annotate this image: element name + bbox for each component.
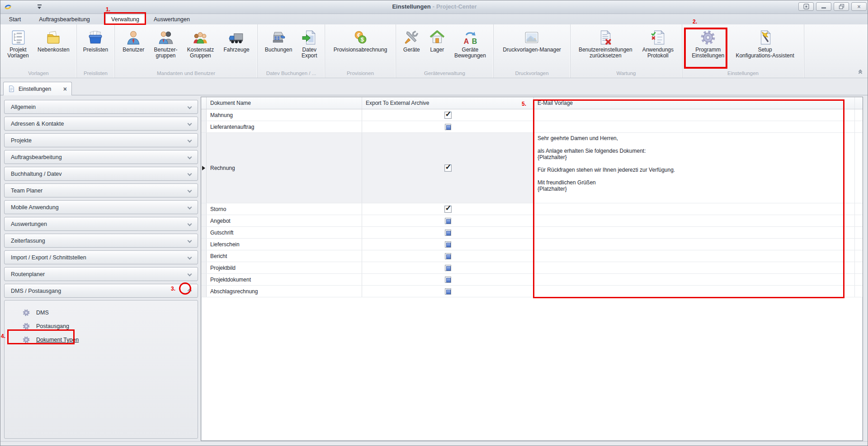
export-checkbox[interactable]: [445, 241, 451, 248]
table-row-rechnung[interactable]: Rechnung Sehr geehrte Damen und Herren, …: [201, 133, 863, 203]
ribbon-group-mandanten-und-benutzer: Benutzer Benutzer- gruppen Kostensatz Gr…: [115, 24, 258, 78]
sidebar-section-auftragsbearbeitung[interactable]: Auftragsbearbeitung: [4, 150, 198, 164]
email-template-cell[interactable]: [534, 239, 855, 250]
ribbon-group-druckvorlagen: Druckvorlagen-Manager Druckvorlagen: [494, 24, 571, 78]
fahrzeuge-button[interactable]: Fahrzeuge: [222, 28, 251, 54]
close-icon: ×: [857, 4, 860, 10]
benutzer-button[interactable]: Benutzer: [121, 28, 146, 54]
export-checkbox[interactable]: [444, 206, 452, 213]
sidebar-section-adressen-kontakte[interactable]: Adressen & Kontakte: [4, 117, 198, 131]
table-row-projektdokument[interactable]: Projektdokument: [201, 274, 863, 286]
benutzereinstellungen-zuruecksetzen-button[interactable]: Benutzereinstellungen zurücksetzen: [577, 28, 634, 60]
table-row-storno[interactable]: Storno: [201, 203, 863, 215]
email-template-cell[interactable]: Sehr geehrte Damen und Herren, als Anlag…: [534, 133, 855, 203]
nav-item-postausgang[interactable]: Postausgang: [5, 319, 198, 333]
email-template-cell[interactable]: [534, 121, 855, 132]
setup-konfigurations-assistent-button[interactable]: Setup Konfigurations-Assistent: [734, 28, 796, 60]
folder-icon: [45, 29, 61, 46]
nav-item-dokument-typen[interactable]: Dokument Typen: [5, 333, 198, 347]
column-header-email-vorlage[interactable]: E-Mail Vorlage: [534, 97, 855, 109]
sidebar-section-zeiterfassung[interactable]: Zeiterfassung: [4, 234, 198, 248]
user-group-icon: [158, 29, 174, 46]
sidebar-section-team-planer[interactable]: Team Planer: [4, 183, 198, 197]
ribbon-group-label: Mandanten und Benutzer: [115, 70, 257, 78]
table-row-abschlagsrechnung[interactable]: Abschlagsrechnung: [201, 286, 863, 297]
status-strip: [0, 441, 868, 442]
tab-verwaltung[interactable]: Verwaltung: [105, 14, 145, 24]
tab-close-icon[interactable]: ×: [63, 86, 67, 92]
fullscreen-button[interactable]: [798, 2, 814, 11]
table-row-bericht[interactable]: Bericht: [201, 250, 863, 262]
export-checkbox[interactable]: [444, 112, 452, 119]
nav-item-dms[interactable]: DMS: [5, 306, 198, 319]
lager-button[interactable]: Lager: [427, 28, 447, 54]
tab-start[interactable]: Start: [5, 14, 25, 24]
collapse-ribbon-button[interactable]: [858, 70, 864, 75]
ribbon-group-label: Provisionen: [325, 70, 396, 78]
table-row-gutschrift[interactable]: Gutschrift: [201, 227, 863, 239]
minimize-button[interactable]: [816, 2, 831, 11]
gear-icon: [23, 336, 30, 343]
ribbon-group-label: Einstellungen: [682, 70, 804, 78]
export-checkbox[interactable]: [444, 164, 452, 172]
table-row-angebot[interactable]: Angebot: [201, 215, 863, 227]
table-row-mahnung[interactable]: Mahnung: [201, 109, 863, 121]
export-checkbox[interactable]: [445, 124, 451, 130]
anwendungs-protokoll-button[interactable]: Anwendungs Protokoll: [641, 28, 675, 60]
sidebar-section-dms-postausgang[interactable]: DMS / Postausgang: [4, 284, 198, 298]
sidebar-section-allgemein[interactable]: Allgemein: [4, 100, 198, 114]
export-checkbox[interactable]: [445, 253, 451, 259]
programm-einstellungen-button[interactable]: Programm Einstellungen: [690, 28, 726, 60]
export-checkbox[interactable]: [445, 288, 451, 295]
kostensatz-gruppen-button[interactable]: Kostensatz Gruppen: [185, 28, 216, 60]
ribbon-group-preislisten: Preislisten Preislisten: [77, 24, 115, 78]
table-row-lieferantenauftrag[interactable]: Lieferantenauftrag: [201, 121, 863, 133]
ribbon-group-provisionen: €$ Provisionsabrechnung Provisionen: [325, 24, 396, 78]
sidebar-section-routenplaner[interactable]: Routenplaner: [4, 267, 198, 281]
geraete-bewegungen-button[interactable]: AB Geräte Bewegungen: [453, 28, 488, 60]
buchungen-button[interactable]: Buchungen: [263, 28, 294, 54]
export-checkbox[interactable]: [445, 265, 451, 271]
email-template-cell[interactable]: [534, 203, 855, 215]
projekt-vorlagen-button[interactable]: Projekt Vorlagen: [5, 28, 30, 60]
email-template-cell[interactable]: [534, 274, 855, 285]
nebenkosten-button[interactable]: Nebenkosten: [36, 28, 71, 54]
preislisten-button[interactable]: Preislisten: [81, 28, 110, 54]
email-template-cell[interactable]: [534, 109, 855, 121]
column-header-export-to-external-archive[interactable]: Export To External Archive: [362, 97, 534, 109]
export-checkbox[interactable]: [445, 230, 451, 236]
datev-export-button[interactable]: Datev Export: [299, 28, 319, 60]
restore-button[interactable]: [834, 2, 849, 11]
title-bar: Einstellungen-Project-Center ×: [0, 0, 868, 14]
document-types-grid: Dokument Name Export To External Archive…: [201, 97, 863, 441]
benutzergruppen-button[interactable]: Benutzer- gruppen: [152, 28, 179, 60]
provisionsabrechnung-button[interactable]: €$ Provisionsabrechnung: [332, 28, 389, 54]
project-templates-icon: [10, 29, 26, 46]
sidebar-section-buchhaltung-datev[interactable]: Buchhaltung / Datev: [4, 167, 198, 181]
tab-auswertungen[interactable]: Auswertungen: [149, 14, 194, 24]
sidebar-section-import-export-schnittstellen[interactable]: Import / Export / Schnittstellen: [4, 250, 198, 264]
geraete-button[interactable]: Geräte: [401, 28, 422, 54]
email-template-cell[interactable]: [534, 262, 855, 273]
gear-icon: [700, 29, 716, 46]
export-checkbox[interactable]: [445, 277, 451, 283]
sidebar-section-projekte[interactable]: Projekte: [4, 133, 198, 147]
close-button[interactable]: ×: [851, 2, 867, 11]
ribbon-group-geraeteverwaltung: Geräte Lager AB Geräte Bewegungen Geräte…: [396, 24, 494, 78]
druckvorlagen-manager-button[interactable]: Druckvorlagen-Manager: [501, 28, 563, 54]
ribbon-group-datev-buchungen: Buchungen Datev Export Datev Buchungen /…: [258, 24, 325, 78]
document-tab-einstellungen[interactable]: Einstellungen ×: [3, 82, 72, 95]
column-header-dokument-name[interactable]: Dokument Name: [207, 97, 362, 109]
email-template-cell[interactable]: [534, 227, 855, 238]
chevron-down-icon: [188, 105, 192, 109]
table-row-lieferschein[interactable]: Lieferschein: [201, 239, 863, 250]
ribbon-group-label: Wartung: [571, 70, 682, 78]
sidebar-section-mobile-anwendung[interactable]: Mobile Anwendung: [4, 200, 198, 214]
email-template-cell[interactable]: [534, 250, 855, 262]
table-row-projektbild[interactable]: Projektbild: [201, 262, 863, 274]
email-template-cell[interactable]: [534, 286, 855, 297]
export-checkbox[interactable]: [445, 218, 451, 224]
tab-auftragsbearbeitung[interactable]: Auftragsbearbeitung: [28, 14, 101, 24]
sidebar-section-auswertungen[interactable]: Auswertungen: [4, 217, 198, 231]
email-template-cell[interactable]: [534, 215, 855, 226]
